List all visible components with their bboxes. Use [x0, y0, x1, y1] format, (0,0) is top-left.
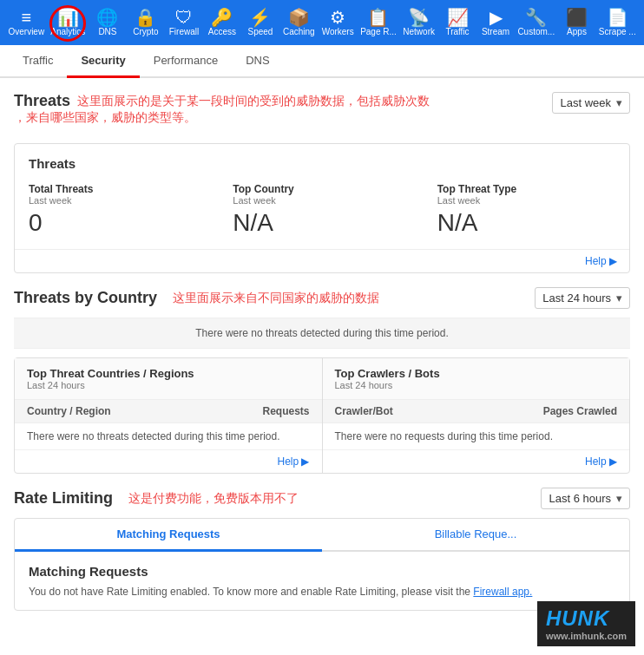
threats-card-inner: Threats Total Threats Last week 0 Top Co…: [15, 144, 629, 249]
stat-top-country-period: Last week: [233, 195, 411, 206]
nav-label-dns: DNS: [98, 27, 116, 36]
threats-alert-bar: There were no threats detected during th…: [14, 318, 630, 349]
top-crawlers-period: Last 24 hours: [335, 380, 618, 390]
nav-item-workers[interactable]: ⚙ Workers: [319, 3, 358, 42]
threats-by-country-annotation: 这里面展示来自不同国家的威胁的数据: [173, 291, 379, 306]
nav-label-custom: Custom...: [517, 27, 555, 36]
nav-item-caching[interactable]: 📦 Caching: [279, 3, 319, 42]
nav-item-pagerules[interactable]: 📋 Page R...: [358, 3, 400, 42]
custom-icon: 🔧: [525, 9, 547, 26]
nav-item-custom[interactable]: 🔧 Custom...: [515, 3, 558, 42]
top-crawlers-help[interactable]: Help ▶: [323, 450, 630, 473]
rate-limiting-header: Rate Limiting 这是付费功能，免费版本用不了 Last 6 hour…: [14, 488, 630, 509]
top-crawlers-title: Top Crawlers / Bots: [335, 367, 618, 380]
scrape-icon: 📄: [607, 9, 628, 26]
watermark-url: www.imhunk.com: [546, 631, 627, 639]
stat-top-country: Top Country Last week N/A: [233, 183, 411, 237]
stat-total-threats-value: 0: [29, 209, 207, 237]
tab-traffic[interactable]: Traffic: [9, 45, 67, 78]
stat-total-threats-period: Last week: [29, 195, 207, 206]
nav-item-speed[interactable]: ⚡ Speed: [241, 3, 279, 42]
nav-label-overview: Overview: [8, 27, 44, 36]
nav-label-traffic: Traffic: [445, 27, 469, 36]
rate-limiting-annotation: 这是付费功能，免费版本用不了: [128, 491, 299, 507]
threats-period-dropdown[interactable]: Last week: [552, 92, 630, 114]
nav-item-overview[interactable]: ≡ Overview: [5, 3, 48, 42]
stat-total-threats: Total Threats Last week 0: [29, 183, 207, 237]
pagerules-icon: 📋: [367, 9, 389, 26]
threats-by-country-panels: Top Threat Countries / Regions Last 24 h…: [14, 357, 630, 474]
nav-label-network: Network: [403, 27, 435, 36]
threats-annotation-1: 这里面展示的是关于某一段时间的受到的威胁数据，包括威胁次数: [77, 94, 552, 109]
top-crawlers-header: Top Crawlers / Bots Last 24 hours: [323, 358, 630, 400]
rate-limiting-tabs: Matching Requests Billable Reque...: [15, 519, 629, 552]
caching-icon: 📦: [288, 9, 310, 26]
col-country-region-label: Country / Region: [27, 405, 111, 417]
nav-label-workers: Workers: [322, 27, 354, 36]
threats-annotation-2: ，来自哪些国家，威胁的类型等。: [14, 110, 552, 126]
threats-card-title: Threats: [29, 156, 615, 171]
nav-label-access: Access: [208, 27, 236, 36]
watermark: HUNK www.imhunk.com: [537, 601, 635, 639]
tab-matching-requests[interactable]: Matching Requests: [15, 519, 322, 552]
rate-limiting-card-text: You do not have Rate Limiting enabled. T…: [29, 586, 615, 598]
nav-label-scrape: Scrape ...: [599, 27, 636, 36]
nav-item-analytics[interactable]: 📊 Analytics: [48, 3, 89, 42]
traffic-icon: 📈: [447, 9, 469, 26]
apps-icon: ⬛: [566, 9, 588, 26]
col-crawler-bot-label: Crawler/Bot: [335, 405, 393, 417]
threats-by-country-header: Threats by Country 这里面展示来自不同国家的威胁的数据 Las…: [14, 287, 630, 309]
stat-total-threats-label: Total Threats: [29, 183, 207, 195]
stat-top-threat-type-period: Last week: [437, 195, 615, 206]
stat-top-country-label: Top Country: [233, 183, 411, 195]
col-requests-label: Requests: [262, 405, 309, 417]
threats-annotation-wrap: Threats 这里面展示的是关于某一段时间的受到的威胁数据，包括威胁次数 ，来…: [14, 92, 552, 134]
network-icon: 📡: [408, 9, 430, 26]
nav-item-network[interactable]: 📡 Network: [399, 3, 438, 42]
analytics-icon: 📊: [57, 9, 79, 26]
stat-top-threat-type-label: Top Threat Type: [437, 183, 615, 195]
overview-icon: ≡: [21, 9, 31, 26]
threats-section-header: Threats 这里面展示的是关于某一段时间的受到的威胁数据，包括威胁次数 ，来…: [14, 92, 630, 134]
threats-help-link[interactable]: Help ▶: [15, 249, 629, 272]
watermark-brand: HUNK: [546, 606, 627, 631]
top-threat-countries-title: Top Threat Countries / Regions: [27, 367, 310, 380]
rate-limiting-card: Matching Requests Billable Reque... Matc…: [14, 518, 630, 611]
col-pages-crawled-label: Pages Crawled: [543, 405, 617, 417]
nav-item-access[interactable]: 🔑 Access: [203, 3, 241, 42]
stat-top-threat-type-value: N/A: [437, 209, 615, 237]
rate-limiting-dropdown[interactable]: Last 6 hours: [541, 488, 630, 509]
top-threat-countries-empty: There were no threats detected during th…: [15, 423, 322, 450]
tab-billable-requests[interactable]: Billable Reque...: [322, 519, 629, 552]
dns-icon: 🌐: [96, 9, 118, 26]
firewall-app-link[interactable]: Firewall app.: [473, 586, 532, 598]
nav-label-apps: Apps: [567, 27, 587, 36]
top-threat-countries-table-header: Country / Region Requests: [15, 400, 322, 423]
nav-item-firewall[interactable]: 🛡 Firewall: [165, 3, 203, 42]
nav-label-crypto: Crypto: [133, 27, 158, 36]
top-threat-countries-period: Last 24 hours: [27, 380, 310, 390]
nav-label-analytics: Analytics: [50, 27, 85, 36]
nav-label-firewall: Firewall: [169, 27, 199, 36]
access-icon: 🔑: [211, 9, 233, 26]
nav-item-scrape[interactable]: 📄 Scrape ...: [596, 3, 640, 42]
threats-stats-row: Total Threats Last week 0 Top Country La…: [29, 183, 615, 237]
threats-card: Threats Total Threats Last week 0 Top Co…: [14, 143, 630, 273]
top-crawlers-table-header: Crawler/Bot Pages Crawled: [323, 400, 630, 423]
workers-icon: ⚙: [330, 9, 345, 26]
nav-item-dns[interactable]: 🌐 DNS: [89, 3, 127, 42]
nav-item-apps[interactable]: ⬛ Apps: [558, 3, 596, 42]
nav-label-caching: Caching: [283, 27, 315, 36]
nav-item-stream[interactable]: ▶ Stream: [476, 3, 515, 42]
tab-security[interactable]: Security: [67, 45, 139, 78]
nav-item-traffic[interactable]: 📈 Traffic: [438, 3, 476, 42]
tab-performance[interactable]: Performance: [140, 45, 232, 78]
rate-limiting-card-title: Matching Requests: [29, 564, 615, 579]
main-content: Threats 这里面展示的是关于某一段时间的受到的威胁数据，包括威胁次数 ，来…: [0, 78, 644, 639]
rate-limiting-title: Rate Limiting: [14, 489, 113, 508]
top-threat-countries-help[interactable]: Help ▶: [15, 450, 322, 473]
threats-by-country-dropdown[interactable]: Last 24 hours: [535, 287, 630, 309]
tab-dns[interactable]: DNS: [232, 45, 283, 78]
nav-item-crypto[interactable]: 🔒 Crypto: [127, 3, 165, 42]
top-threat-countries-header: Top Threat Countries / Regions Last 24 h…: [15, 358, 322, 400]
